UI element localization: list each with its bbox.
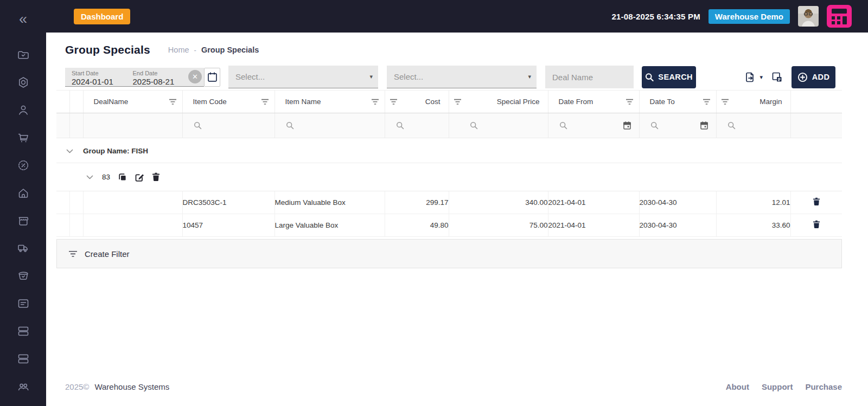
filter-icon[interactable]	[721, 99, 729, 105]
cell-margin: 33.60	[716, 214, 790, 237]
edit-icon	[135, 172, 144, 182]
sidebar-item-specials[interactable]	[17, 159, 30, 172]
sidebar-item-delivery[interactable]	[17, 242, 30, 255]
breadcrumb: Home - Group Specials	[168, 46, 259, 54]
home-icon	[17, 186, 30, 199]
end-date-field[interactable]: End Date 2025-08-21	[126, 68, 188, 86]
filter-cell-margin[interactable]	[716, 113, 790, 138]
sidebar-collapse-button[interactable]: «	[15, 11, 31, 28]
sidebar-item-settings[interactable]	[17, 76, 30, 89]
calendar-icon[interactable]	[700, 121, 709, 130]
filter-icon[interactable]	[169, 99, 177, 105]
end-date-value[interactable]: 2025-08-21	[133, 77, 188, 86]
filter-cell-date-from[interactable]	[548, 113, 639, 138]
filter-icon[interactable]	[390, 99, 398, 105]
sidebar-item-notes[interactable]	[17, 297, 30, 310]
edit-deal-button[interactable]	[135, 172, 144, 182]
cell-special-price: 75.00	[449, 214, 548, 237]
start-date-value[interactable]: 2024-01-01	[72, 77, 126, 86]
grid-filter-row	[56, 113, 842, 138]
column-header-date-to[interactable]: Date To	[639, 91, 716, 113]
filter-icon[interactable]	[703, 99, 711, 105]
search-icon	[470, 121, 478, 130]
column-header-date-from[interactable]: Date From	[548, 91, 639, 113]
search-button[interactable]: SEARCH	[642, 66, 696, 88]
note-icon	[17, 297, 30, 310]
breadcrumb-current: Group Specials	[201, 46, 259, 54]
company-badge[interactable]: Warehouse Demo	[709, 9, 790, 24]
filter-icon[interactable]	[626, 99, 634, 105]
filter-cell-cost[interactable]	[385, 113, 449, 138]
chevron-down-icon[interactable]: ▾	[528, 73, 531, 80]
calendar-icon[interactable]	[623, 121, 631, 130]
sidebar-item-basket[interactable]	[17, 269, 30, 282]
sidebar-item-purchases[interactable]	[17, 131, 30, 144]
end-date-label: End Date	[133, 70, 188, 76]
filter-cell-item-code[interactable]	[182, 113, 275, 138]
sidebar-item-users[interactable]	[17, 104, 30, 117]
sidebar-item-rows[interactable]	[17, 325, 30, 338]
filter-cell-special-price[interactable]	[449, 113, 548, 138]
chevron-down-icon	[66, 149, 73, 153]
footer: 2025© Warehouse Systems About Support Pu…	[65, 382, 842, 391]
search-icon	[194, 121, 202, 130]
column-header-special-price[interactable]: Special Price	[449, 91, 548, 113]
group-expand-toggle[interactable]	[56, 138, 83, 163]
delete-deal-button[interactable]	[152, 172, 160, 182]
chevron-down-icon	[86, 175, 93, 179]
column-header-item-code[interactable]: Item Code	[182, 91, 275, 113]
filter-icon[interactable]	[371, 99, 379, 105]
filter-cell-dealname[interactable]	[83, 113, 182, 138]
calendar-button[interactable]	[204, 68, 220, 87]
breadcrumb-home-link[interactable]: Home	[168, 46, 189, 54]
topbar-right: 21-08-2025 6:34:35 PM Warehouse Demo	[611, 5, 852, 28]
column-header-item-name[interactable]: Item Name	[275, 91, 385, 113]
footer-link-support[interactable]: Support	[762, 382, 793, 391]
deal-expand-toggle[interactable]	[86, 175, 93, 179]
filter-cell-date-to[interactable]	[639, 113, 716, 138]
topbar: Dashboard 21-08-2025 6:34:35 PM Warehous…	[46, 0, 868, 33]
cell-margin: 12.01	[716, 191, 790, 214]
column-header-margin[interactable]: Margin	[716, 91, 790, 113]
clear-dates-button[interactable]: ✕	[188, 70, 202, 83]
item-select[interactable]: Select... ▾	[387, 66, 537, 88]
create-filter-button[interactable]: Create Filter	[56, 239, 842, 268]
deal-name-input[interactable]	[545, 66, 634, 88]
filter-cell-item-name[interactable]	[275, 113, 385, 138]
column-chooser-button[interactable]	[771, 72, 783, 83]
sidebar-item-rows-alt[interactable]	[17, 352, 30, 365]
start-date-field[interactable]: Start Date 2024-01-01	[65, 68, 126, 86]
users-icon	[17, 380, 30, 393]
filter-toolbar: Start Date 2024-01-01 End Date 2025-08-2…	[65, 66, 842, 88]
copy-deal-button[interactable]	[118, 172, 127, 182]
date-range-picker: Start Date 2024-01-01 End Date 2025-08-2…	[65, 68, 220, 87]
specials-grid: DealName Item Code Item Name Cost Specia…	[56, 90, 842, 237]
filter-icon[interactable]	[454, 99, 462, 105]
filter-icon[interactable]	[261, 99, 269, 105]
add-button[interactable]: ADD	[792, 66, 835, 88]
group-select[interactable]: Select... ▾	[228, 66, 378, 88]
sidebar-item-store[interactable]	[17, 214, 30, 227]
column-header-dealname[interactable]: DealName	[83, 91, 182, 113]
export-file-icon	[744, 72, 756, 83]
search-icon	[645, 73, 654, 82]
brand-logo-calculator-icon[interactable]	[827, 5, 852, 28]
deal-row: 83	[56, 163, 842, 191]
sidebar-item-groups[interactable]	[17, 380, 30, 393]
column-header-cost[interactable]: Cost	[385, 91, 449, 113]
delete-item-button[interactable]	[810, 219, 822, 231]
cell-date-from: 2021-04-01	[548, 214, 639, 237]
footer-link-about[interactable]: About	[726, 382, 749, 391]
main-area: Dashboard 21-08-2025 6:34:35 PM Warehous…	[46, 0, 868, 406]
sidebar-item-home[interactable]	[17, 186, 30, 199]
footer-link-purchase[interactable]: Purchase	[805, 382, 842, 391]
chevron-down-icon[interactable]: ▾	[369, 73, 373, 80]
cell-special-price: 340.00	[449, 191, 548, 214]
sidebar-item-orders[interactable]	[17, 48, 30, 61]
footer-company-link[interactable]: Warehouse Systems	[94, 382, 169, 391]
dashboard-button[interactable]: Dashboard	[74, 9, 130, 24]
export-button[interactable]: ▾	[744, 72, 763, 83]
delete-item-button[interactable]	[810, 196, 822, 209]
column-chooser-icon	[771, 72, 783, 83]
user-avatar[interactable]	[798, 6, 819, 27]
